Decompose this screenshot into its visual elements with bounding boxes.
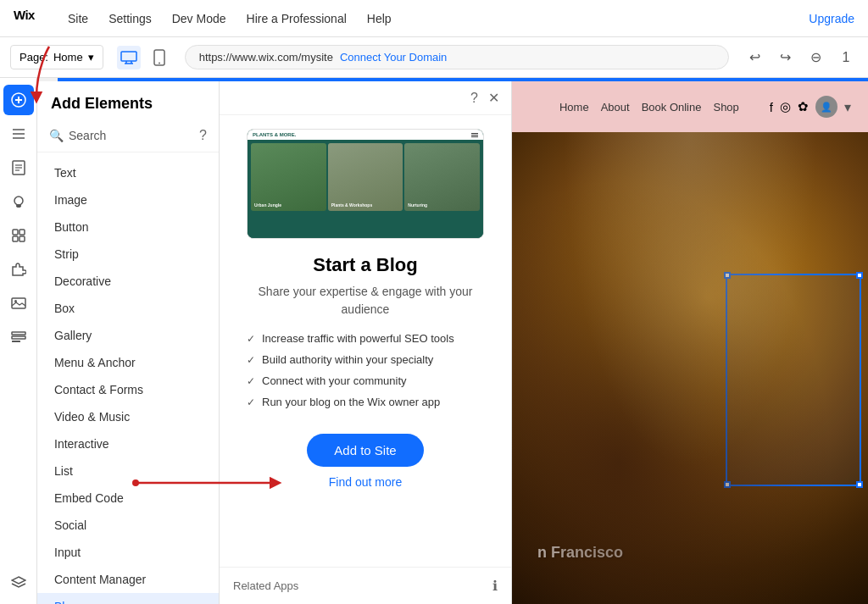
blog-feature-2: ✓ Build authority within your specialty xyxy=(240,353,491,366)
panel-right-header: ? ✕ xyxy=(220,81,511,115)
upgrade-button[interactable]: Upgrade xyxy=(809,12,854,25)
svg-point-17 xyxy=(14,197,23,205)
mobile-icon[interactable] xyxy=(147,46,171,69)
selection-box[interactable] xyxy=(726,274,861,486)
find-out-more-link[interactable]: Find out more xyxy=(329,475,402,489)
page-selector[interactable]: Page: Home ▾ xyxy=(10,45,103,69)
sidebar-paint-icon[interactable] xyxy=(3,186,34,217)
device-icons xyxy=(117,46,171,69)
element-interactive[interactable]: Interactive xyxy=(37,430,219,457)
help-icon[interactable]: ? xyxy=(199,128,207,143)
svg-rect-20 xyxy=(19,230,25,235)
search-row[interactable]: 🔍 Search xyxy=(49,129,106,142)
zoom-level[interactable]: 1 xyxy=(834,46,858,69)
selection-handle-tl[interactable] xyxy=(724,272,731,279)
element-input[interactable]: Input xyxy=(37,539,219,566)
connect-domain-link[interactable]: Connect Your Domain xyxy=(340,51,447,64)
selection-handle-bl[interactable] xyxy=(724,481,731,488)
sidebar-puzzle-icon[interactable] xyxy=(3,254,34,285)
panel-title: Add Elements xyxy=(51,95,153,113)
site-header: Home About Book Online Shop f ◎ ✿ 👤 ▾ xyxy=(512,81,868,132)
element-video-music[interactable]: Video & Music xyxy=(37,403,219,430)
svg-rect-27 xyxy=(12,341,20,342)
search-label[interactable]: Search xyxy=(69,129,106,142)
yelp-icon[interactable]: ✿ xyxy=(798,99,809,114)
blog-promo-subtitle: Share your expertise & engage with your … xyxy=(240,283,491,319)
element-box[interactable]: Box xyxy=(37,295,219,322)
blog-feature-1: ✓ Increase traffic with powerful SEO too… xyxy=(240,332,491,345)
related-apps-info-icon[interactable]: ℹ xyxy=(492,578,498,594)
sidebar-data-icon[interactable] xyxy=(3,322,34,352)
back-button[interactable]: ↩ xyxy=(743,46,766,69)
nav-about[interactable]: About xyxy=(601,101,630,114)
menu-site[interactable]: Site xyxy=(68,12,88,25)
sidebar-layers-icon[interactable] xyxy=(3,567,34,597)
nav-home[interactable]: Home xyxy=(559,101,589,114)
related-apps-bar: Related Apps ℹ xyxy=(220,567,511,604)
forward-button[interactable]: ↪ xyxy=(773,46,797,69)
check-icon-2: ✓ xyxy=(247,354,255,366)
menu-help[interactable]: Help xyxy=(367,12,392,25)
element-content-manager[interactable]: Content Manager xyxy=(37,566,219,593)
search-icon: 🔍 xyxy=(49,129,64,142)
element-social[interactable]: Social xyxy=(37,512,219,539)
promo-screenshot: PLANTS & MORE. Urban Jungle Plants & Wor xyxy=(247,129,484,239)
instagram-icon[interactable]: ◎ xyxy=(780,99,791,114)
element-blog[interactable]: Blog xyxy=(37,593,219,604)
element-text[interactable]: Text xyxy=(37,159,219,186)
user-avatar[interactable]: 👤 xyxy=(815,96,837,118)
element-decorative[interactable]: Decorative xyxy=(37,268,219,295)
sidebar-media-icon[interactable] xyxy=(3,288,34,319)
blog-feature-3: ✓ Connect with your community xyxy=(240,374,491,387)
nav-shop[interactable]: Shop xyxy=(713,101,738,114)
elements-list: Text Image Button Strip Decorative Box G… xyxy=(37,152,219,604)
svg-rect-22 xyxy=(19,236,25,241)
panel-actions: ? ✕ xyxy=(470,90,499,106)
facebook-icon[interactable]: f xyxy=(770,100,773,114)
check-icon-1: ✓ xyxy=(247,333,255,345)
svg-rect-19 xyxy=(13,230,18,235)
zoom-out-button[interactable]: ⊖ xyxy=(804,46,827,69)
svg-point-24 xyxy=(14,300,17,302)
address-bar-row: Page: Home ▾ https://www.wix.com/mysite … xyxy=(0,37,868,78)
sidebar-apps-icon[interactable] xyxy=(3,220,34,251)
nav-controls: ↩ ↪ ⊖ 1 xyxy=(743,46,858,69)
url-text: https://www.wix.com/mysite xyxy=(199,51,333,64)
sidebar-add-icon[interactable] xyxy=(3,85,34,115)
url-bar[interactable]: https://www.wix.com/mysite Connect Your … xyxy=(185,45,729,69)
menu-dev-mode[interactable]: Dev Mode xyxy=(172,12,226,25)
sidebar-pages-icon[interactable] xyxy=(3,119,34,149)
panel-search: 🔍 Search ? xyxy=(37,119,219,152)
page-name: Home xyxy=(53,51,83,64)
svg-text:Wix: Wix xyxy=(14,8,36,22)
selection-handle-br[interactable] xyxy=(856,481,863,488)
element-button[interactable]: Button xyxy=(37,213,219,241)
element-menu-anchor[interactable]: Menu & Anchor xyxy=(37,349,219,376)
blog-promo-card: PLANTS & MORE. Urban Jungle Plants & Wor xyxy=(220,115,511,506)
element-gallery[interactable]: Gallery xyxy=(37,322,219,349)
hero-text: n Francisco xyxy=(537,544,623,562)
svg-point-6 xyxy=(159,62,160,64)
svg-rect-26 xyxy=(12,336,25,339)
svg-rect-1 xyxy=(121,52,136,61)
promo-site-title: PLANTS & MORE. xyxy=(253,132,296,137)
selection-handle-tr[interactable] xyxy=(856,272,863,279)
menu-settings[interactable]: Settings xyxy=(108,12,152,25)
element-contact-forms[interactable]: Contact & Forms xyxy=(37,376,219,403)
left-sidebar xyxy=(0,78,37,604)
svg-point-18 xyxy=(16,204,21,208)
element-list[interactable]: List xyxy=(37,457,219,485)
site-social-icons: f ◎ ✿ 👤 ▾ xyxy=(770,96,851,118)
desktop-icon[interactable] xyxy=(117,46,141,69)
nav-book-online[interactable]: Book Online xyxy=(642,101,702,114)
element-strip[interactable]: Strip xyxy=(37,241,219,268)
panel-close-button[interactable]: ✕ xyxy=(488,90,499,106)
menu-hire-pro[interactable]: Hire a Professional xyxy=(247,12,347,25)
element-image[interactable]: Image xyxy=(37,186,219,213)
sidebar-blog-icon[interactable] xyxy=(3,152,34,183)
element-embed-code[interactable]: Embed Code xyxy=(37,485,219,512)
panel-help-button[interactable]: ? xyxy=(470,91,478,106)
account-dropdown-icon[interactable]: ▾ xyxy=(844,99,851,115)
add-to-site-button[interactable]: Add to Site xyxy=(307,434,423,467)
blog-feature-2-text: Build authority within your specialty xyxy=(262,353,433,366)
